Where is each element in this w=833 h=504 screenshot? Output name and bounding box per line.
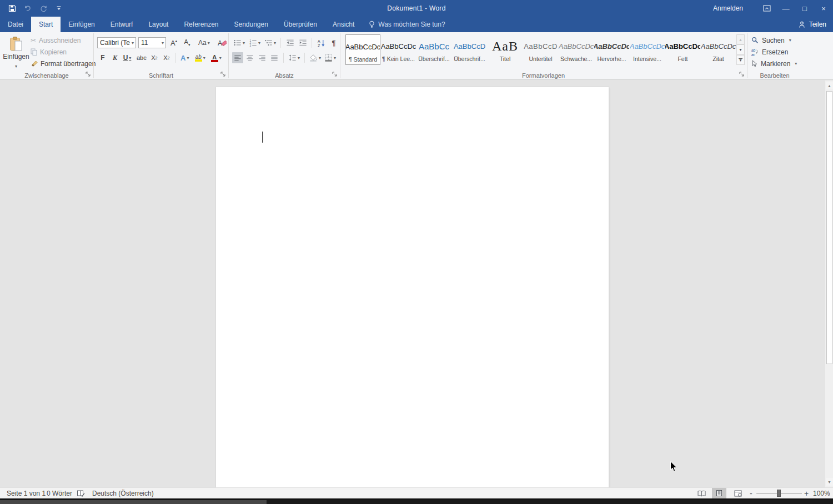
borders-icon — [324, 54, 333, 62]
proofing-icon — [77, 490, 85, 497]
font-color-button[interactable]: A — [210, 52, 223, 63]
print-layout-button[interactable] — [712, 488, 726, 498]
align-center-button[interactable] — [244, 52, 255, 63]
tab-ueberpruefen[interactable]: Überprüfen — [276, 17, 325, 32]
format-painter-button[interactable]: Format übertragen — [31, 58, 96, 69]
text-caret — [262, 132, 263, 143]
bold-button[interactable]: F — [97, 52, 108, 63]
style-titel[interactable]: AaB Titel — [488, 34, 523, 65]
language-indicator[interactable]: Deutsch (Österreich) — [90, 488, 156, 498]
style-zitat[interactable]: AaBbCcDc Zitat — [701, 34, 736, 65]
style-kein-leerraum[interactable]: AaBbCcDc ¶ Kein Lee... — [381, 34, 416, 65]
word-count-indicator[interactable]: 0 Wörter — [44, 488, 74, 498]
font-size-value: 11 — [141, 39, 148, 47]
window-title: Dokument1 - Word — [0, 0, 833, 17]
styles-more-button[interactable]: ▼ — [736, 55, 745, 65]
tab-entwurf[interactable]: Entwurf — [103, 17, 141, 32]
paragraph-dialog-launcher[interactable] — [331, 70, 338, 78]
change-case-button[interactable]: Aa — [197, 37, 211, 48]
sign-in-link[interactable]: Anmelden — [713, 4, 743, 12]
grow-font-button[interactable]: A — [168, 37, 179, 48]
line-spacing-icon — [288, 54, 297, 62]
web-layout-button[interactable] — [731, 488, 745, 498]
styles-dialog-launcher[interactable] — [738, 70, 745, 78]
font-dialog-launcher[interactable] — [219, 70, 227, 78]
tab-layout[interactable]: Layout — [140, 17, 176, 32]
minimize-button[interactable]: — — [776, 0, 795, 17]
zoom-slider-thumb[interactable] — [777, 490, 781, 497]
superscript-button[interactable]: X2 — [161, 52, 172, 63]
vertical-scrollbar[interactable]: ▲ ▼ — [825, 80, 833, 487]
tab-einfuegen[interactable]: Einfügen — [61, 17, 102, 32]
font-name-combo[interactable]: Calibri (Textk ▾ — [97, 37, 136, 48]
styles-scroll-down-button[interactable]: ▼ — [736, 44, 745, 54]
ribbon-display-options-icon — [763, 5, 771, 12]
multilevel-list-button[interactable] — [263, 37, 277, 48]
styles-scroll-up-button[interactable]: ▲ — [736, 34, 745, 44]
proofing-status-button[interactable] — [74, 488, 87, 498]
align-right-icon — [258, 54, 266, 62]
scrollbar-thumb[interactable] — [826, 91, 832, 364]
font-size-combo[interactable]: 11 ▾ — [138, 37, 166, 48]
editing-group-label: Bearbeiten — [747, 72, 802, 79]
justify-button[interactable] — [269, 52, 280, 63]
zoom-in-button[interactable]: + — [802, 488, 811, 498]
restore-button[interactable]: □ — [795, 0, 814, 17]
style-untertitel[interactable]: AaBbCcD Untertitel — [523, 34, 558, 65]
italic-button[interactable]: K — [109, 52, 121, 63]
close-button[interactable]: × — [814, 0, 833, 17]
sort-button[interactable]: AZ — [315, 37, 327, 48]
align-right-button[interactable] — [257, 52, 268, 63]
style-ueberschrift-1[interactable]: AaBbCc Überschrif... — [416, 34, 451, 65]
strikethrough-button[interactable]: abc — [136, 52, 148, 63]
replace-icon: abac — [751, 48, 759, 56]
underline-button[interactable]: U — [122, 52, 133, 63]
replace-button[interactable]: abac Ersetzen — [751, 47, 802, 57]
share-button[interactable]: Teilen — [799, 17, 826, 32]
zoom-level-button[interactable]: 100% — [811, 488, 832, 498]
shrink-font-button[interactable]: A — [182, 37, 193, 48]
bullets-button[interactable] — [232, 37, 246, 48]
tab-referenzen[interactable]: Referenzen — [176, 17, 226, 32]
style-schwache-hervorhebung[interactable]: AaBbCcDc Schwache... — [559, 34, 594, 65]
page-count-indicator[interactable]: Seite 1 von 1 — [4, 488, 48, 498]
tab-start[interactable]: Start — [31, 17, 61, 32]
show-paragraph-marks-button[interactable]: ¶ — [328, 37, 339, 48]
style-standard[interactable]: AaBbCcDc ¶ Standard — [345, 34, 380, 65]
copy-button[interactable]: Kopieren — [31, 47, 96, 57]
read-mode-button[interactable] — [694, 488, 709, 498]
tab-sendungen[interactable]: Sendungen — [227, 17, 276, 32]
increase-indent-button[interactable] — [297, 37, 308, 48]
style-ueberschrift-2[interactable]: AaBbCcD Überschrif... — [452, 34, 487, 65]
clipboard-dialog-launcher[interactable] — [84, 70, 92, 78]
tab-ansicht[interactable]: Ansicht — [325, 17, 362, 32]
scroll-down-button[interactable]: ▼ — [826, 478, 833, 486]
scroll-up-button[interactable]: ▲ — [826, 82, 833, 89]
style-intensive-hervorhebung[interactable]: AaBbCcDc Intensive... — [630, 34, 665, 65]
ribbon-display-options-button[interactable] — [757, 0, 776, 17]
document-page[interactable] — [216, 87, 609, 487]
shading-button[interactable] — [308, 52, 322, 63]
cut-button[interactable]: ✂ Ausschneiden — [31, 35, 96, 46]
line-spacing-button[interactable] — [287, 52, 301, 63]
clear-formatting-button[interactable]: A — [217, 37, 228, 48]
align-left-button[interactable] — [232, 52, 243, 63]
style-hervorhebung[interactable]: AaBbCcDc Hervorhe... — [594, 34, 629, 65]
svg-text:ac: ac — [751, 52, 756, 56]
tell-me-box[interactable]: Was möchten Sie tun? — [362, 17, 451, 32]
copy-label: Kopieren — [40, 48, 67, 56]
find-button[interactable]: Suchen — [751, 35, 802, 46]
style-fett[interactable]: AaBbCcDc Fett — [665, 34, 700, 65]
subscript-button[interactable]: X2 — [149, 52, 160, 63]
select-button[interactable]: Markieren — [751, 58, 802, 69]
tab-datei[interactable]: Datei — [0, 17, 31, 32]
zoom-out-button[interactable]: - — [747, 488, 755, 498]
text-effects-button[interactable]: A — [179, 52, 190, 63]
paste-button[interactable]: Einfügen — [3, 34, 29, 72]
decrease-indent-button[interactable] — [284, 37, 295, 48]
multilevel-list-icon — [264, 39, 273, 47]
numbering-button[interactable]: 123 — [248, 37, 262, 48]
borders-button[interactable] — [323, 52, 337, 63]
highlight-color-button[interactable]: ab — [194, 52, 207, 63]
copy-icon — [31, 48, 37, 56]
